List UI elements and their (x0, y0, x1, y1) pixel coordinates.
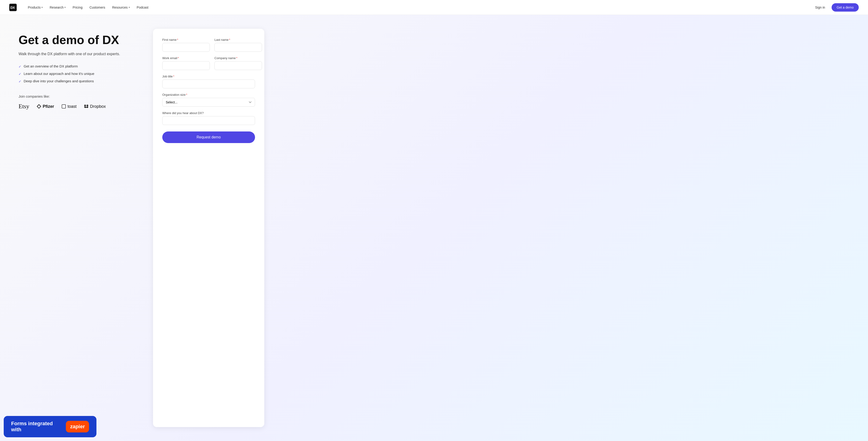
company-name-required: * (236, 56, 238, 60)
banner-text: Forms integrated with (11, 420, 62, 433)
request-demo-button[interactable]: Request demo (162, 131, 255, 143)
hear-about-label: Where did you hear about DX? (162, 111, 255, 115)
etsy-logo: Etsy (19, 103, 29, 110)
sign-in-link[interactable]: Sign in (812, 4, 828, 11)
job-title-required: * (173, 75, 174, 78)
checklist-item-2: ✓ Learn about our approach and how it's … (19, 72, 139, 76)
nav-links: Products ▾ Research ▾ Pricing Customers … (25, 4, 812, 11)
hero-subtitle: Walk through the DX platform with one of… (19, 51, 139, 57)
org-size-row: Organization size* Select... 1-10 11-50 … (162, 93, 255, 107)
navbar: DX Products ▾ Research ▾ Pricing Custome… (0, 0, 868, 15)
pfizer-logo: Pfizer (37, 104, 54, 109)
name-row: First name* Last name* (162, 38, 255, 52)
nav-item-research[interactable]: Research ▾ (47, 4, 68, 11)
checklist-item-1: ✓ Get an overview of the DX platform (19, 64, 139, 68)
bottom-banner: Forms integrated with zapier (4, 416, 96, 437)
job-title-label: Job title* (162, 75, 255, 78)
job-title-group: Job title* (162, 75, 255, 88)
check-icon-1: ✓ (19, 65, 21, 68)
svg-text:DX: DX (10, 6, 15, 9)
company-name-label: Company name* (214, 56, 262, 60)
job-title-row: Job title* (162, 75, 255, 88)
last-name-input[interactable] (214, 43, 262, 52)
org-size-group: Organization size* Select... 1-10 11-50 … (162, 93, 255, 107)
work-email-group: Work email* (162, 56, 210, 70)
email-company-row: Work email* Company name* (162, 56, 255, 70)
nav-right: Sign in Get a demo (812, 3, 859, 11)
hear-about-group: Where did you hear about DX? (162, 111, 255, 125)
company-name-input[interactable] (214, 61, 262, 70)
org-size-required: * (186, 93, 187, 96)
job-title-input[interactable] (162, 80, 255, 88)
check-icon-2: ✓ (19, 72, 21, 76)
last-name-required: * (229, 38, 230, 41)
research-chevron-icon: ▾ (64, 6, 66, 8)
nav-item-podcast[interactable]: Podcast (134, 4, 151, 11)
nav-item-pricing[interactable]: Pricing (70, 4, 85, 11)
work-email-input[interactable] (162, 61, 210, 70)
nav-item-resources[interactable]: Resources ▾ (110, 4, 133, 11)
demo-form-card: First name* Last name* Work email* (153, 29, 264, 427)
main-content: Get a demo of DX Walk through the DX pla… (0, 15, 868, 441)
checklist-item-3: ✓ Deep dive into your challenges and que… (19, 79, 139, 83)
check-icon-3: ✓ (19, 80, 21, 83)
join-companies-label: Join companies like: (19, 94, 139, 98)
nav-item-products[interactable]: Products ▾ (25, 4, 45, 11)
checklist: ✓ Get an overview of the DX platform ✓ L… (19, 64, 139, 83)
org-size-label: Organization size* (162, 93, 255, 96)
dropbox-logo: Dropbox (84, 104, 106, 109)
toast-logo: toast (61, 104, 76, 109)
hear-about-row: Where did you hear about DX? (162, 111, 255, 125)
products-chevron-icon: ▾ (41, 6, 43, 8)
get-demo-nav-button[interactable]: Get a demo (832, 3, 859, 11)
company-logos: Etsy Pfizer toast (19, 103, 139, 110)
last-name-label: Last name* (214, 38, 262, 41)
first-name-label: First name* (162, 38, 210, 41)
first-name-required: * (177, 38, 178, 41)
work-email-label: Work email* (162, 56, 210, 60)
demo-form: First name* Last name* Work email* (162, 38, 255, 143)
org-size-select[interactable]: Select... 1-10 11-50 51-200 201-500 501-… (162, 98, 255, 107)
nav-item-customers[interactable]: Customers (87, 4, 108, 11)
last-name-group: Last name* (214, 38, 262, 52)
first-name-input[interactable] (162, 43, 210, 52)
zapier-badge: zapier (66, 421, 89, 433)
left-side: Get a demo of DX Walk through the DX pla… (19, 29, 139, 427)
company-name-group: Company name* (214, 56, 262, 70)
page-title: Get a demo of DX (19, 33, 139, 46)
first-name-group: First name* (162, 38, 210, 52)
resources-chevron-icon: ▾ (129, 6, 130, 8)
logo[interactable]: DX (9, 4, 18, 11)
hear-about-input[interactable] (162, 116, 255, 125)
svg-rect-2 (62, 104, 66, 108)
work-email-required: * (178, 56, 179, 60)
